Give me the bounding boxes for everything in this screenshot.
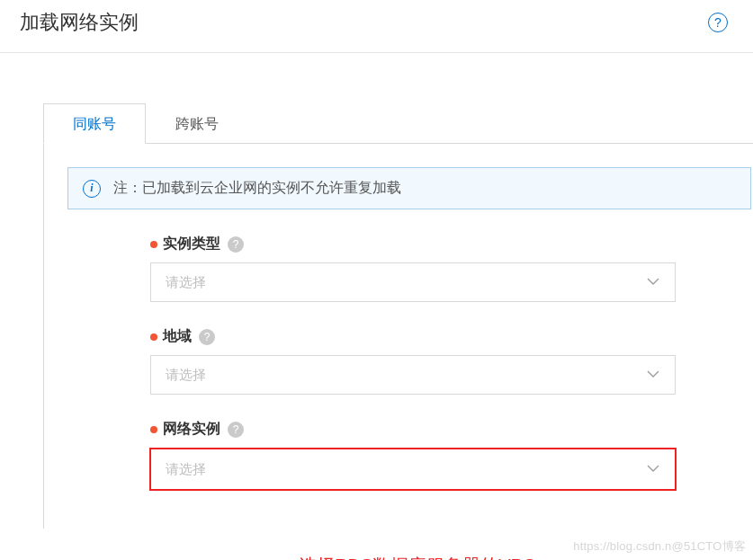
help-icon[interactable]: ? [708,13,728,32]
select-placeholder: 请选择 [166,367,206,384]
annotation-text: 选择RDS数据库服务器的VPC [299,554,753,560]
instance-type-select[interactable]: 请选择 [150,262,676,302]
required-dot-icon [150,241,157,248]
chevron-down-icon [646,367,660,384]
select-placeholder: 请选择 [166,274,206,291]
question-icon[interactable]: ? [199,329,215,345]
tab-cross-account[interactable]: 跨账号 [146,103,248,143]
question-icon[interactable]: ? [228,236,244,253]
field-instance-type: 实例类型 ? 请选择 [150,235,753,302]
alert-text: 注：已加载到云企业网的实例不允许重复加载 [113,179,401,198]
tab-content: i 注：已加载到云企业网的实例不允许重复加载 实例类型 ? 请选择 地域 ? 请… [43,144,753,529]
page-title: 加载网络实例 [20,9,139,36]
chevron-down-icon [646,461,660,478]
select-placeholder: 请选择 [166,461,206,478]
info-icon: i [83,180,101,198]
network-instance-label: 网络实例 [163,420,220,439]
chevron-down-icon [646,274,660,291]
region-label: 地域 [163,327,192,346]
required-dot-icon [150,426,157,433]
field-region: 地域 ? 请选择 [150,327,753,395]
tabs: 同账号 跨账号 [43,103,753,144]
question-icon[interactable]: ? [228,422,244,438]
required-dot-icon [150,333,157,341]
alert-banner: i 注：已加载到云企业网的实例不允许重复加载 [67,167,751,209]
instance-type-label: 实例类型 [163,235,220,253]
watermark: https://blog.csdn.n@51CTO博客 [573,538,746,555]
tab-same-account[interactable]: 同账号 [43,103,146,144]
field-network-instance: 网络实例 ? 请选择 [150,420,753,491]
network-instance-select[interactable]: 请选择 [149,448,677,491]
region-select[interactable]: 请选择 [150,355,676,395]
